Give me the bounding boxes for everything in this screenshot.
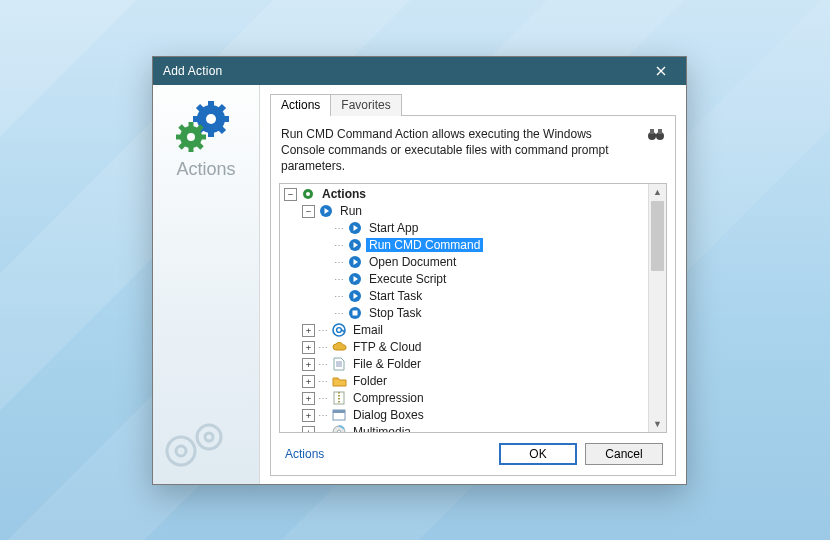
svg-rect-26 xyxy=(653,134,659,137)
tree-label: Stop Task xyxy=(366,306,424,320)
tree-leaf-open-document[interactable]: ⋯Open Document xyxy=(320,254,648,271)
play-icon xyxy=(347,237,363,253)
tree-node-run[interactable]: − Run xyxy=(302,203,648,220)
tree-label: Start Task xyxy=(366,289,425,303)
cancel-button[interactable]: Cancel xyxy=(585,443,663,465)
scroll-down-button[interactable]: ▼ xyxy=(649,415,666,432)
svg-point-23 xyxy=(205,433,213,441)
tree-label-selected: Run CMD Command xyxy=(366,238,483,252)
tree-node-folder[interactable]: +⋯Folder xyxy=(302,373,648,390)
scroll-up-button[interactable]: ▲ xyxy=(649,184,666,201)
tree-label: Open Document xyxy=(366,255,459,269)
close-icon xyxy=(656,66,666,76)
expand-icon[interactable]: + xyxy=(302,392,315,405)
desktop-background: Add Action xyxy=(0,0,830,540)
svg-line-17 xyxy=(198,126,202,130)
tree-label: FTP & Cloud xyxy=(350,340,424,354)
window-title: Add Action xyxy=(163,64,222,78)
stop-icon xyxy=(347,305,363,321)
play-icon xyxy=(347,288,363,304)
tree-node-dialog-boxes[interactable]: +⋯Dialog Boxes xyxy=(302,407,648,424)
tree-leaf-start-app[interactable]: ⋯Start App xyxy=(320,220,648,237)
tree-label: File & Folder xyxy=(350,357,424,371)
svg-point-21 xyxy=(176,446,186,456)
play-icon xyxy=(347,271,363,287)
tree-viewport[interactable]: − Actions − xyxy=(280,184,648,432)
expand-icon[interactable]: + xyxy=(302,375,315,388)
collapse-icon[interactable]: − xyxy=(284,188,297,201)
close-button[interactable] xyxy=(644,61,678,81)
tree-connector: ⋯ xyxy=(334,291,343,302)
expand-icon[interactable]: + xyxy=(302,324,315,337)
svg-point-19 xyxy=(187,133,195,141)
sidebar-label: Actions xyxy=(153,159,259,180)
tree-label: Folder xyxy=(350,374,390,388)
tree-connector: ⋯ xyxy=(318,427,327,432)
tab-actions[interactable]: Actions xyxy=(270,94,331,116)
sidebar: Actions xyxy=(153,85,260,484)
tree-leaf-execute-script[interactable]: ⋯Execute Script xyxy=(320,271,648,288)
tree-leaf-stop-task[interactable]: ⋯Stop Task xyxy=(320,305,648,322)
svg-point-22 xyxy=(197,425,221,449)
tree-leaf-start-task[interactable]: ⋯Start Task xyxy=(320,288,648,305)
tree-label: Run xyxy=(337,204,365,218)
find-button[interactable] xyxy=(647,126,665,144)
decorative-gears xyxy=(159,417,243,476)
svg-point-20 xyxy=(167,437,195,465)
titlebar[interactable]: Add Action xyxy=(153,57,686,85)
tree-node-file-folder[interactable]: +⋯File & Folder xyxy=(302,356,648,373)
tab-favorites[interactable]: Favorites xyxy=(330,94,401,116)
collapse-icon[interactable]: − xyxy=(302,205,315,218)
expand-icon[interactable]: + xyxy=(302,409,315,422)
tree-label: Actions xyxy=(319,187,369,201)
tree-connector: ⋯ xyxy=(318,342,327,353)
binoculars-icon xyxy=(647,126,665,142)
tree-node-email[interactable]: +⋯Email xyxy=(302,322,648,339)
window-icon xyxy=(331,407,347,423)
expand-icon[interactable]: + xyxy=(302,358,315,371)
help-link-actions[interactable]: Actions xyxy=(285,447,324,461)
expand-icon[interactable]: + xyxy=(302,341,315,354)
tree-connector: ⋯ xyxy=(318,376,327,387)
reflection xyxy=(152,483,685,533)
actions-logo xyxy=(171,97,241,161)
tree-connector: ⋯ xyxy=(334,257,343,268)
action-description: Run CMD Command Action allows executing … xyxy=(281,126,639,175)
tree-node-ftp-cloud[interactable]: +⋯FTP & Cloud xyxy=(302,339,648,356)
tree-label: Dialog Boxes xyxy=(350,408,427,422)
svg-rect-27 xyxy=(650,129,654,134)
svg-rect-43 xyxy=(333,410,345,413)
ok-button[interactable]: OK xyxy=(499,443,577,465)
tree-label: Compression xyxy=(350,391,427,405)
tree-connector: ⋯ xyxy=(334,240,343,251)
scroll-thumb[interactable] xyxy=(651,201,664,271)
play-icon xyxy=(347,220,363,236)
cloud-icon xyxy=(331,339,347,355)
tree-label: Execute Script xyxy=(366,272,449,286)
main-panel: Actions Favorites Run CMD Command Action… xyxy=(260,85,686,484)
folder-icon xyxy=(331,373,347,389)
actions-panel: Run CMD Command Action allows executing … xyxy=(270,116,676,476)
svg-point-45 xyxy=(337,430,341,432)
tree-root-actions[interactable]: − Actions xyxy=(284,186,648,203)
vertical-scrollbar[interactable]: ▲ ▼ xyxy=(648,184,666,432)
tree-connector: ⋯ xyxy=(334,223,343,234)
action-tree: − Actions − xyxy=(279,183,667,433)
play-icon xyxy=(347,254,363,270)
tree-node-compression[interactable]: +⋯Compression xyxy=(302,390,648,407)
tree-leaf-run-cmd[interactable]: ⋯Run CMD Command xyxy=(320,237,648,254)
svg-line-5 xyxy=(198,106,202,110)
tree-connector: ⋯ xyxy=(334,274,343,285)
tree-node-multimedia[interactable]: +⋯Multimedia xyxy=(302,424,648,432)
expand-icon[interactable]: + xyxy=(302,426,315,432)
tree-connector: ⋯ xyxy=(318,410,327,421)
gear-icon xyxy=(300,186,316,202)
svg-rect-28 xyxy=(658,129,662,134)
tree-connector: ⋯ xyxy=(318,325,327,336)
add-action-dialog: Add Action xyxy=(152,56,687,485)
tree-connector: ⋯ xyxy=(318,393,327,404)
svg-point-9 xyxy=(206,114,216,124)
svg-line-7 xyxy=(220,106,224,110)
file-icon xyxy=(331,356,347,372)
svg-point-30 xyxy=(306,192,310,196)
